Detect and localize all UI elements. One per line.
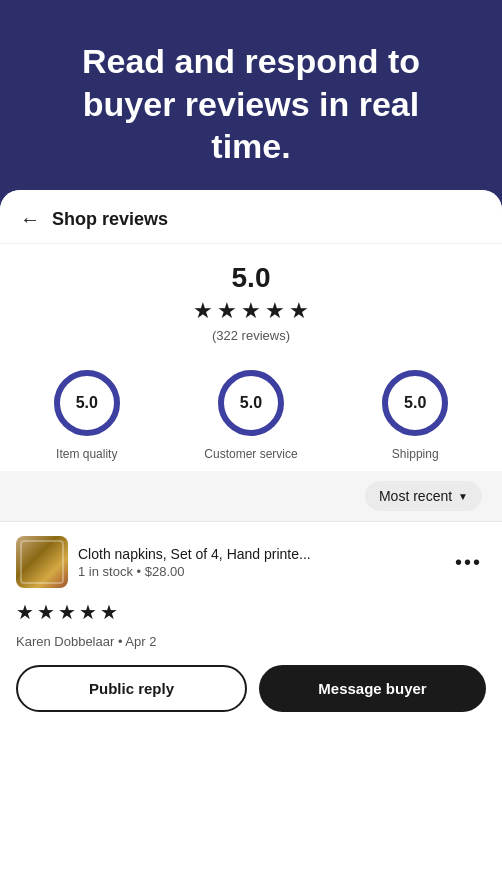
review-card: Cloth napkins, Set of 4, Hand printe... … bbox=[0, 521, 502, 726]
chevron-down-icon: ▼ bbox=[458, 491, 468, 502]
rating-stars: ★ ★ ★ ★ ★ bbox=[20, 298, 482, 324]
shop-header: ← Shop reviews bbox=[0, 190, 502, 244]
gauge-shipping: 5.0 bbox=[379, 367, 451, 439]
gauge-value-service: 5.0 bbox=[240, 394, 262, 412]
filter-button[interactable]: Most recent ▼ bbox=[365, 481, 482, 511]
bitdegree-badge: Bitdegree bbox=[451, 879, 494, 890]
gauge-value-quality: 5.0 bbox=[76, 394, 98, 412]
main-card: ← Shop reviews 5.0 ★ ★ ★ ★ ★ (322 review… bbox=[0, 190, 502, 894]
more-options-button[interactable]: ••• bbox=[451, 547, 486, 578]
metric-label-service: Customer service bbox=[204, 447, 297, 461]
rating-overview: 5.0 ★ ★ ★ ★ ★ (322 reviews) bbox=[0, 244, 502, 351]
product-name: Cloth napkins, Set of 4, Hand printe... bbox=[78, 546, 441, 562]
review-star-2: ★ bbox=[37, 600, 55, 624]
review-star-3: ★ bbox=[58, 600, 76, 624]
hero-title: Read and respond to buyer reviews in rea… bbox=[40, 40, 462, 168]
shop-title: Shop reviews bbox=[52, 209, 168, 230]
metrics-row: 5.0 Item quality 5.0 Customer service bbox=[0, 351, 502, 471]
review-stars: ★ ★ ★ ★ ★ bbox=[16, 600, 486, 624]
action-row: Public reply Message buyer bbox=[16, 665, 486, 712]
rating-score: 5.0 bbox=[20, 262, 482, 294]
public-reply-button[interactable]: Public reply bbox=[16, 665, 247, 712]
review-star-4: ★ bbox=[79, 600, 97, 624]
filter-label: Most recent bbox=[379, 488, 452, 504]
gauge-item-quality: 5.0 bbox=[51, 367, 123, 439]
review-count: (322 reviews) bbox=[20, 328, 482, 343]
metric-label-quality: Item quality bbox=[56, 447, 117, 461]
product-row: Cloth napkins, Set of 4, Hand printe... … bbox=[16, 536, 486, 588]
product-info: Cloth napkins, Set of 4, Hand printe... … bbox=[78, 546, 441, 579]
gauge-value-shipping: 5.0 bbox=[404, 394, 426, 412]
star-2: ★ bbox=[217, 298, 237, 324]
hero-section: Read and respond to buyer reviews in rea… bbox=[0, 0, 502, 198]
gauge-customer-service: 5.0 bbox=[215, 367, 287, 439]
card-inner: ← Shop reviews 5.0 ★ ★ ★ ★ ★ (322 review… bbox=[0, 190, 502, 894]
star-5: ★ bbox=[289, 298, 309, 324]
review-star-1: ★ bbox=[16, 600, 34, 624]
metric-item-shipping: 5.0 Shipping bbox=[379, 367, 451, 461]
back-arrow-icon[interactable]: ← bbox=[20, 208, 40, 231]
metric-label-shipping: Shipping bbox=[392, 447, 439, 461]
metric-item-service: 5.0 Customer service bbox=[204, 367, 297, 461]
reviewer-info: Karen Dobbelaar • Apr 2 bbox=[16, 634, 486, 649]
metric-item-quality: 5.0 Item quality bbox=[51, 367, 123, 461]
message-buyer-button[interactable]: Message buyer bbox=[259, 665, 486, 712]
star-1: ★ bbox=[193, 298, 213, 324]
product-thumbnail bbox=[16, 536, 68, 588]
product-meta: 1 in stock • $28.00 bbox=[78, 564, 441, 579]
filter-row: Most recent ▼ bbox=[0, 471, 502, 521]
star-4: ★ bbox=[265, 298, 285, 324]
star-3: ★ bbox=[241, 298, 261, 324]
review-star-5: ★ bbox=[100, 600, 118, 624]
